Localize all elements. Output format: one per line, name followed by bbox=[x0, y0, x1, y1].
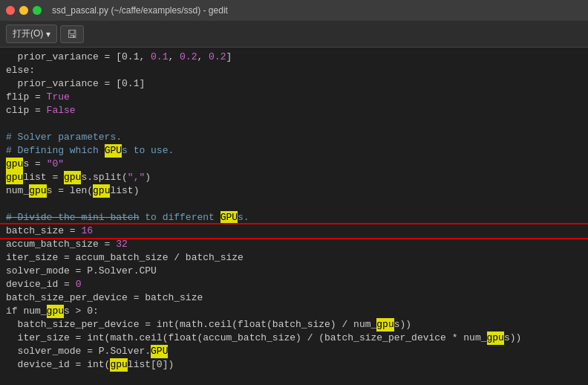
code-text: GPU bbox=[105, 144, 122, 158]
titlebar: ssd_pascal.py (~/caffe/examples/ssd) - g… bbox=[0, 0, 588, 21]
code-line: prior_variance = [0.1] bbox=[0, 77, 588, 91]
code-text: s)) bbox=[394, 318, 411, 331]
code-line: batch_size_per_device = batch_size bbox=[0, 291, 588, 305]
code-text: num_ bbox=[6, 184, 29, 198]
code-text: gpu bbox=[64, 171, 81, 184]
maximize-button[interactable] bbox=[33, 6, 42, 15]
code-text: gpu bbox=[6, 171, 23, 184]
code-text: batch_size = bbox=[6, 224, 81, 238]
code-text: if num_ bbox=[6, 305, 47, 318]
code-line bbox=[0, 198, 588, 211]
window-title: ssd_pascal.py (~/caffe/examples/ssd) - g… bbox=[52, 5, 228, 16]
code-text: False bbox=[47, 104, 76, 117]
code-line: gpus = "0" bbox=[0, 158, 588, 171]
code-line: # Defining which GPUs to use. bbox=[0, 144, 588, 158]
open-label: 打开(O) bbox=[13, 28, 43, 40]
code-line: gpulist = gpus.split(",") bbox=[0, 171, 588, 184]
code-text: gpu bbox=[376, 318, 393, 331]
code-text: list = bbox=[23, 171, 64, 184]
code-text: gpu bbox=[29, 184, 46, 198]
code-line: iter_size = accum_batch_size / batch_siz… bbox=[0, 251, 588, 265]
toolbar: 打开(O) ▾ 🖫 bbox=[0, 21, 588, 48]
code-text: solver_mode = P.Solver.CPU bbox=[6, 265, 157, 278]
code-text: s)) bbox=[504, 331, 521, 345]
open-button[interactable]: 打开(O) ▾ bbox=[6, 25, 57, 43]
code-text: ) bbox=[145, 171, 151, 184]
code-text: GPU bbox=[151, 345, 168, 358]
code-line: num_gpus = len(gpulist) bbox=[0, 184, 588, 198]
code-text: 16 bbox=[81, 224, 93, 238]
code-line bbox=[0, 117, 588, 131]
code-line: # Solver parameters. bbox=[0, 131, 588, 144]
code-text: clip = bbox=[6, 104, 47, 117]
close-button[interactable] bbox=[6, 6, 15, 15]
code-text: gpu bbox=[47, 305, 64, 318]
code-text: gpu bbox=[6, 158, 23, 171]
code-text: iter_size = int(math.ceil(float(accum_ba… bbox=[6, 331, 487, 345]
code-text bbox=[6, 117, 12, 131]
code-text: True bbox=[47, 91, 70, 104]
code-text bbox=[6, 198, 12, 211]
save-button[interactable]: 🖫 bbox=[60, 25, 84, 43]
code-text: , bbox=[197, 51, 209, 64]
code-text bbox=[6, 372, 12, 385]
code-text: 0.2 bbox=[180, 51, 197, 64]
code-line: batch_size_per_device = int(math.ceil(fl… bbox=[0, 318, 588, 331]
code-text: accum_batch_size = bbox=[6, 238, 116, 251]
code-text: s = len( bbox=[47, 184, 93, 198]
code-text: s = bbox=[23, 158, 46, 171]
code-text: solver_mode = P.Solver. bbox=[6, 345, 151, 358]
code-text: prior_variance = [0.1] bbox=[6, 77, 145, 91]
code-text: GPU bbox=[220, 211, 238, 224]
code-text: 0.1 bbox=[151, 51, 168, 64]
code-text: ] bbox=[226, 51, 232, 64]
code-text: device_id = bbox=[6, 278, 76, 291]
code-text: to different bbox=[139, 211, 220, 224]
code-text: gpu bbox=[110, 358, 127, 372]
code-text: "0" bbox=[47, 158, 64, 171]
code-text: batch_size_per_device = int(math.ceil(fl… bbox=[6, 318, 376, 331]
code-text: gpu bbox=[93, 184, 110, 198]
code-line: solver_mode = P.Solver.GPU bbox=[0, 345, 588, 358]
code-line: device_id = int(gpulist[0]) bbox=[0, 358, 588, 372]
code-text: s > 0: bbox=[64, 305, 99, 318]
code-text: 0 bbox=[76, 278, 82, 291]
code-line: # Divide the mini-batch to different GPU… bbox=[0, 211, 588, 224]
code-text: list[0]) bbox=[128, 358, 174, 372]
code-text: s to use. bbox=[122, 144, 174, 158]
code-area: prior_variance = [0.1, 0.1, 0.2, 0.2] el… bbox=[0, 48, 588, 385]
code-text: gpu bbox=[487, 331, 504, 345]
code-line: clip = False bbox=[0, 104, 588, 117]
code-text: prior_variance = [0.1, bbox=[6, 51, 151, 64]
code-line: else: bbox=[0, 64, 588, 77]
code-text: list) bbox=[110, 184, 139, 198]
code-text: batch_size_per_device = batch_size bbox=[6, 291, 203, 305]
batch-size-line: batch_size = 16 bbox=[0, 224, 588, 238]
code-text: s. bbox=[238, 211, 249, 224]
code-text: # Divide the mini-batch bbox=[6, 211, 139, 224]
code-line bbox=[0, 372, 588, 385]
code-text: 0.2 bbox=[209, 51, 226, 64]
code-line: if num_gpus > 0: bbox=[0, 305, 588, 318]
code-text: # Solver parameters. bbox=[6, 131, 122, 144]
code-text: else: bbox=[6, 64, 35, 77]
code-text: 32 bbox=[116, 238, 128, 251]
code-text: iter_size = accum_batch_size / batch_siz… bbox=[6, 251, 244, 265]
code-text: flip = bbox=[6, 91, 47, 104]
code-text: , bbox=[168, 51, 180, 64]
code-line: accum_batch_size = 32 bbox=[0, 238, 588, 251]
code-line: iter_size = int(math.ceil(float(accum_ba… bbox=[0, 331, 588, 345]
code-text: device_id = int( bbox=[6, 358, 110, 372]
code-text: "," bbox=[128, 171, 145, 184]
code-text: s.split( bbox=[81, 171, 127, 184]
minimize-button[interactable] bbox=[19, 6, 28, 15]
code-line: device_id = 0 bbox=[0, 278, 588, 291]
save-icon: 🖫 bbox=[67, 28, 77, 40]
dropdown-arrow: ▾ bbox=[46, 29, 50, 39]
code-text: # Defining which bbox=[6, 144, 105, 158]
code-line: solver_mode = P.Solver.CPU bbox=[0, 265, 588, 278]
code-line: flip = True bbox=[0, 91, 588, 104]
code-line: prior_variance = [0.1, 0.1, 0.2, 0.2] bbox=[0, 51, 588, 64]
